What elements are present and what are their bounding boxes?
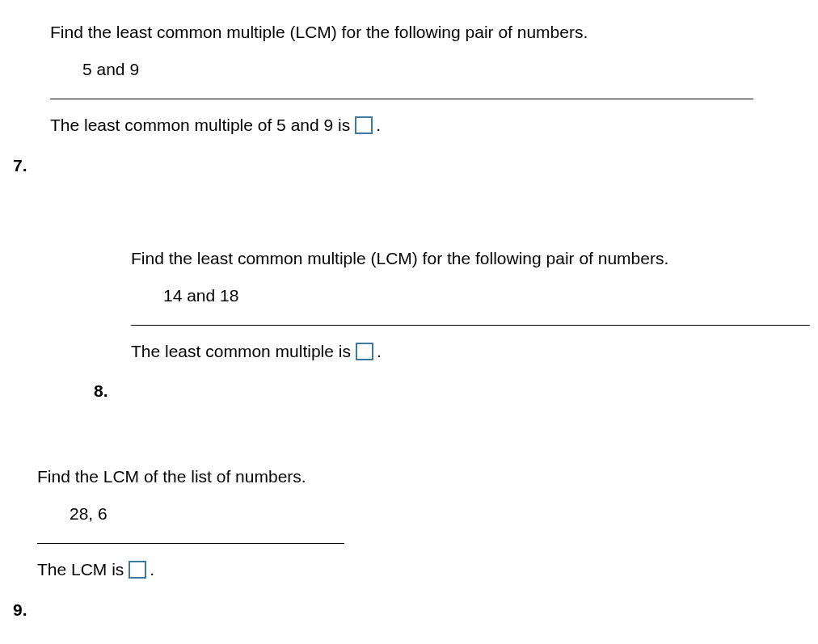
problem-number: 9. xyxy=(13,600,27,620)
divider-line xyxy=(131,325,810,326)
problem-number: 8. xyxy=(94,381,108,401)
answer-prefix: The least common multiple is xyxy=(131,342,351,361)
numbers-text: 28, 6 xyxy=(70,504,344,524)
answer-line: The LCM is . xyxy=(37,560,344,579)
answer-input-box[interactable] xyxy=(356,343,373,360)
instruction-text: Find the least common multiple (LCM) for… xyxy=(50,23,753,42)
instruction-text: Find the least common multiple (LCM) for… xyxy=(131,249,810,268)
problem-content: Find the least common multiple (LCM) for… xyxy=(131,249,810,361)
problem-content: Find the least common multiple (LCM) for… xyxy=(50,23,753,135)
numbers-text: 5 and 9 xyxy=(82,60,753,79)
problem-content: Find the LCM of the list of numbers. 28,… xyxy=(37,467,344,579)
answer-suffix: . xyxy=(150,560,154,579)
answer-prefix: The LCM is xyxy=(37,560,124,579)
answer-input-box[interactable] xyxy=(355,116,373,134)
problem-number: 7. xyxy=(13,156,27,175)
answer-suffix: . xyxy=(376,116,381,135)
answer-line: The least common multiple of 5 and 9 is … xyxy=(50,116,753,135)
divider-line xyxy=(50,99,753,99)
answer-input-box[interactable] xyxy=(129,561,146,579)
instruction-text: Find the LCM of the list of numbers. xyxy=(37,467,344,486)
answer-suffix: . xyxy=(377,342,382,361)
answer-prefix: The least common multiple of 5 and 9 is xyxy=(50,116,350,135)
numbers-text: 14 and 18 xyxy=(163,286,810,305)
divider-line xyxy=(37,543,344,544)
answer-line: The least common multiple is . xyxy=(131,342,810,361)
